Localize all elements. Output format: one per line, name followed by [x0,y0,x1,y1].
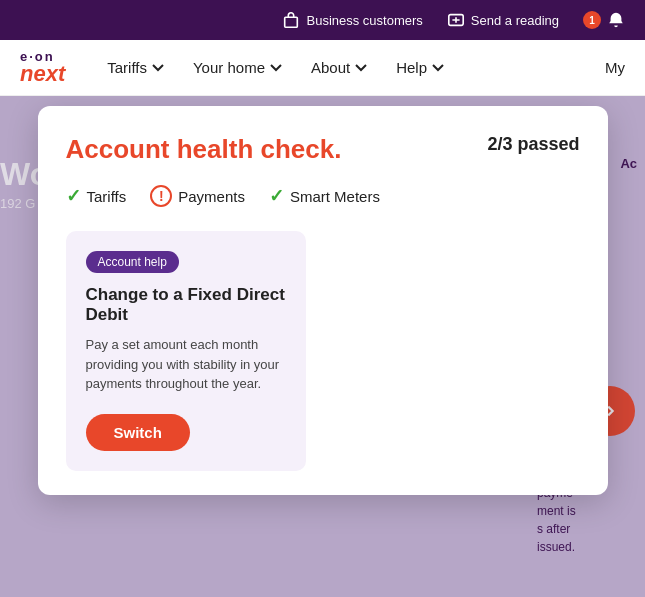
card-description: Pay a set amount each month providing yo… [86,335,286,394]
nav-about[interactable]: About [299,51,380,84]
nav-items: Tariffs Your home About Help My [95,51,625,84]
help-label: Help [396,59,427,76]
check-tariffs: ✓ Tariffs [66,185,127,207]
tariffs-label: Tariffs [107,59,147,76]
check-smart-meters-label: Smart Meters [290,188,380,205]
modal-score: 2/3 passed [487,134,579,155]
check-tariffs-label: Tariffs [87,188,127,205]
nav-help[interactable]: Help [384,51,457,84]
help-chevron-icon [431,61,445,75]
nav-tariffs[interactable]: Tariffs [95,51,177,84]
nav-bar: e·on next Tariffs Your home About Help M… [0,40,645,96]
modal-title: Account health check. [66,134,342,165]
business-icon [282,11,300,29]
your-home-chevron-icon [269,61,283,75]
logo[interactable]: e·on next [20,50,65,85]
switch-button[interactable]: Switch [86,414,190,451]
modal-checks-row: ✓ Tariffs ! Payments ✓ Smart Meters [66,185,580,207]
modal-overlay: Account health check. 2/3 passed ✓ Tarif… [0,96,645,597]
nav-my[interactable]: My [605,59,625,76]
top-bar: Business customers Send a reading 1 [0,0,645,40]
modal-header: Account health check. 2/3 passed [66,134,580,165]
bell-icon [607,11,625,29]
recommendation-card: Account help Change to a Fixed Direct De… [66,231,306,471]
check-smart-meters-icon: ✓ [269,185,284,207]
check-payments-label: Payments [178,188,245,205]
notification-bell[interactable]: 1 [583,11,625,29]
about-label: About [311,59,350,76]
nav-your-home[interactable]: Your home [181,51,295,84]
business-customers-link[interactable]: Business customers [282,11,422,29]
check-tariffs-icon: ✓ [66,185,81,207]
check-payments-icon: ! [150,185,172,207]
check-payments: ! Payments [150,185,245,207]
your-home-label: Your home [193,59,265,76]
page-background: Wo 192 G Ac t paym payme ment is s after… [0,96,645,597]
send-reading-link[interactable]: Send a reading [447,11,559,29]
logo-next: next [20,63,65,85]
my-label: My [605,59,625,76]
send-reading-label: Send a reading [471,13,559,28]
notification-count: 1 [583,11,601,29]
tariffs-chevron-icon [151,61,165,75]
business-customers-label: Business customers [306,13,422,28]
card-badge: Account help [86,251,179,273]
about-chevron-icon [354,61,368,75]
meter-icon [447,11,465,29]
health-check-modal: Account health check. 2/3 passed ✓ Tarif… [38,106,608,495]
svg-rect-0 [285,17,298,27]
check-smart-meters: ✓ Smart Meters [269,185,380,207]
card-title: Change to a Fixed Direct Debit [86,285,286,325]
